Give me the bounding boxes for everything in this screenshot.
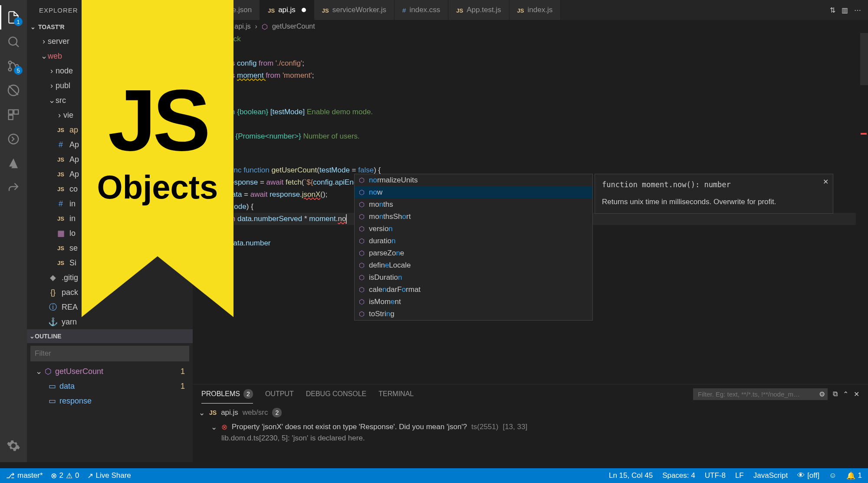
minimap-slider[interactable] — [860, 33, 868, 85]
tab-terminal[interactable]: TERMINAL — [378, 390, 414, 398]
method-icon: ⬡ — [359, 298, 365, 306]
tree-item[interactable]: #in — [27, 196, 193, 211]
tab[interactable]: JSserviceWorker.js — [314, 0, 395, 20]
azure-icon[interactable] — [0, 151, 27, 175]
lightbulb-icon[interactable]: 💡 — [198, 215, 207, 223]
tree-item[interactable]: ▦lo — [27, 226, 193, 241]
status-feedback[interactable]: ☺ — [829, 471, 836, 480]
suggest-item[interactable]: ⬡months — [355, 198, 592, 211]
settings-icon[interactable] — [0, 433, 27, 458]
tree-item[interactable]: ⌄web — [27, 49, 193, 63]
breadcrumb[interactable]: src › JS api.js › ⬡ getUserCount — [193, 20, 868, 33]
tab[interactable]: #index.css — [395, 0, 448, 20]
tree-item[interactable]: JSin — [27, 211, 193, 226]
status-notifications[interactable]: 🔔1 — [846, 471, 862, 480]
sidebar-section[interactable]: ⌄ TOAST'R — [27, 20, 193, 34]
suggest-item[interactable]: ⬡now — [355, 186, 592, 198]
suggest-item[interactable]: ⬡toString — [355, 308, 592, 320]
explorer-icon[interactable]: 1 — [0, 5, 27, 30]
share-icon[interactable] — [0, 175, 27, 200]
tree-item[interactable]: JSap — [27, 122, 193, 137]
tab[interactable]: {}package.json — [193, 0, 260, 20]
debug-icon[interactable] — [0, 78, 27, 103]
outline-item[interactable]: ⌄⬡getUserCount1 — [27, 364, 193, 379]
remote-icon[interactable] — [0, 127, 27, 151]
extensions-icon[interactable] — [0, 103, 27, 127]
status-indent[interactable]: Spaces: 4 — [662, 471, 695, 480]
tree-item[interactable]: JSco — [27, 182, 193, 196]
activity-bar: 1 5 — [0, 0, 27, 462]
suggest-item[interactable]: ⬡parseZone — [355, 247, 592, 259]
bell-icon: 🔔 — [846, 471, 855, 480]
tree-item[interactable]: ⌄src — [27, 93, 193, 108]
close-icon[interactable]: ✕ — [823, 178, 829, 186]
suggest-item[interactable]: ⬡normalizeUnits — [355, 174, 592, 186]
outline-header[interactable]: ⌄ OUTLINE — [27, 329, 193, 343]
tab-debug-console[interactable]: DEBUG CONSOLE — [306, 390, 367, 398]
filter-settings-icon[interactable]: ⚙ — [819, 390, 825, 398]
chevron-down-icon: ⌄ — [199, 408, 205, 417]
suggest-item[interactable]: ⬡version — [355, 223, 592, 235]
codelens[interactable]: 1 reference — [200, 155, 856, 164]
tab[interactable]: JSApp.test.js — [448, 0, 509, 20]
status-liveshare[interactable]: ↗Live Share — [87, 471, 131, 480]
tree-item[interactable]: ›vie — [27, 108, 193, 122]
problems-file[interactable]: ⌄ JS api.js web/src 2 — [199, 405, 862, 420]
status-prettier[interactable]: 👁[off] — [797, 471, 819, 480]
problems-filter-input[interactable] — [693, 388, 828, 400]
compare-icon[interactable]: ⇅ — [830, 6, 835, 14]
outline-item[interactable]: ▭response — [27, 394, 193, 408]
outline-item[interactable]: ▭data1 — [27, 379, 193, 394]
status-branch[interactable]: ⎇master* — [6, 471, 43, 480]
tree-item[interactable]: ›publ — [27, 78, 193, 93]
suggest-widget[interactable]: ⬡normalizeUnits⬡now⬡months⬡monthsShort⬡v… — [354, 174, 593, 321]
method-icon: ⬡ — [262, 23, 268, 31]
minimap[interactable] — [856, 33, 868, 384]
suggest-item[interactable]: ⬡duration — [355, 235, 592, 247]
method-icon: ⬡ — [359, 237, 365, 245]
tree-item[interactable]: ⓘREA — [27, 300, 193, 314]
suggest-item[interactable]: ⬡isDuration — [355, 271, 592, 284]
status-cursor-pos[interactable]: Ln 15, Col 45 — [609, 471, 653, 480]
tree-item[interactable]: JSSi — [27, 255, 193, 270]
status-errors[interactable]: ⊗2 ⚠0 — [51, 471, 79, 480]
suggest-item[interactable]: ⬡monthsShort — [355, 211, 592, 223]
tree-item[interactable]: ◆.gitig — [27, 270, 193, 285]
close-icon[interactable]: ✕ — [854, 390, 859, 398]
problems-list: ⌄ JS api.js web/src 2 ⌄ ⊗ Property 'json… — [193, 404, 868, 444]
explorer-badge: 1 — [14, 17, 23, 26]
status-eol[interactable]: LF — [735, 471, 744, 480]
collapse-all-icon[interactable]: ⧉ — [833, 390, 838, 398]
share-icon: ↗ — [87, 471, 93, 480]
outline-filter-input[interactable] — [30, 346, 189, 361]
status-encoding[interactable]: UTF-8 — [705, 471, 726, 480]
split-icon[interactable]: ▥ — [842, 6, 848, 14]
tree-item[interactable]: JSAp — [27, 152, 193, 167]
warning-icon: ⚠ — [66, 471, 72, 480]
chevron-up-icon[interactable]: ⌃ — [843, 390, 848, 398]
svg-point-0 — [9, 37, 17, 45]
sidebar: EXPLORER ⌄ TOAST'R ›server⌄web›node›publ… — [27, 0, 193, 462]
problem-item[interactable]: ⌄ ⊗ Property 'jsonX' does not exist on t… — [199, 420, 862, 434]
tab-output[interactable]: OUTPUT — [265, 390, 294, 398]
suggest-item[interactable]: ⬡isMoment — [355, 296, 592, 308]
suggest-item[interactable]: ⬡defineLocale — [355, 259, 592, 271]
more-icon[interactable]: ⋯ — [854, 6, 861, 14]
tree-item[interactable]: ›node — [27, 63, 193, 78]
tree-item[interactable]: JSAp — [27, 167, 193, 182]
scm-icon[interactable]: 5 — [0, 54, 27, 78]
search-icon[interactable] — [0, 30, 27, 54]
problem-related[interactable]: lib.dom.d.ts[2230, 5]: 'json' is declare… — [199, 434, 862, 443]
tab[interactable]: JSapi.js — [260, 0, 314, 20]
chevron-right-icon: › — [215, 23, 217, 30]
tab[interactable]: JSindex.js — [510, 0, 561, 20]
tree-item[interactable]: {}pack — [27, 285, 193, 300]
tree-item[interactable]: #Ap — [27, 137, 193, 152]
method-icon: ⬡ — [359, 261, 365, 269]
status-language[interactable]: JavaScript — [753, 471, 788, 480]
suggest-item[interactable]: ⬡calendarFormat — [355, 284, 592, 296]
tab-problems[interactable]: PROBLEMS2 — [201, 384, 253, 404]
tree-item[interactable]: ›server — [27, 34, 193, 49]
tree-item[interactable]: JSse — [27, 241, 193, 255]
tree-item[interactable]: ⚓yarn — [27, 314, 193, 329]
